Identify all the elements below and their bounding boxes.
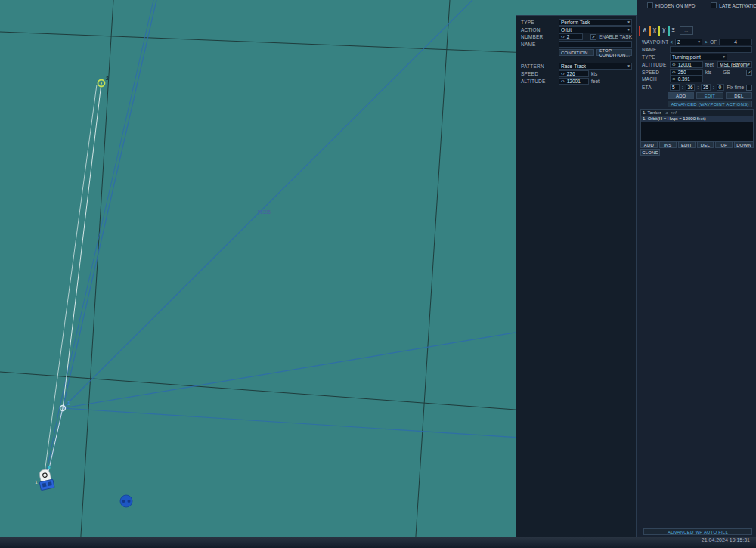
status-timestamp: 21.04.2024 19:15:31	[702, 537, 750, 543]
list-buttons-row: ADD INS EDIT DEL UP DOWN	[640, 141, 754, 148]
list-down-button[interactable]: DOWN	[734, 141, 754, 148]
stepper-right-icon[interactable]: ›	[674, 70, 675, 75]
chevron-down-icon: ▾	[627, 20, 630, 24]
waypoint-name-input[interactable]	[670, 46, 752, 53]
type-row: TYPE Perform Task ▾	[521, 19, 632, 26]
list-add-button[interactable]: ADD	[640, 141, 658, 148]
waypoint-next-button[interactable]: >	[705, 39, 708, 45]
task-speed-stepper[interactable]: ‹ › 226	[559, 70, 589, 77]
task-altitude-stepper[interactable]: ‹ › 12001	[559, 78, 589, 85]
waypoint-speed-stepper[interactable]: ‹ › 250	[670, 69, 703, 76]
speed-label: SPEED	[642, 70, 668, 75]
gs-label: GS	[723, 70, 730, 75]
pattern-row: PATTERN Race-Track ▾	[521, 63, 632, 70]
chevron-down-icon: ▾	[627, 28, 630, 32]
gs-checkbox[interactable]: ✓	[746, 70, 752, 76]
mach-label: MACH	[642, 76, 668, 82]
of-label: OF	[710, 39, 717, 45]
mountain-icon[interactable]: ∧	[643, 26, 647, 34]
eta-field-2[interactable]: 36	[686, 84, 696, 91]
condition-buttons-row: CONDITION... STOP CONDITION...	[559, 49, 632, 56]
status-bar: 21.04.2024 19:15:31	[0, 537, 756, 548]
waypoint-mach-stepper[interactable]: ‹ › 0.391	[670, 76, 703, 82]
task-name-input[interactable]	[559, 41, 632, 48]
waypoint-actions-list[interactable]: 1. Tanker -a -ref 1. Orbit(H = Hwpt = 12…	[640, 109, 754, 142]
wp-eta-row: ETA 5 : 36 : 35 : 0 Fix time	[642, 84, 752, 91]
stepper-right-icon[interactable]: ›	[562, 34, 564, 39]
speed-row: SPEED ‹ › 226 kts	[521, 70, 632, 77]
stepper-right-icon[interactable]: ›	[674, 76, 675, 82]
fix-time-checkbox[interactable]	[746, 85, 752, 91]
type-label: TYPE	[642, 54, 668, 60]
wp-altitude-row: ALTITUDE ‹ › 12001 feet MSL (Barome ▾	[642, 61, 752, 68]
altitude-label: ALTITUDE	[642, 62, 668, 67]
list-item[interactable]: 1. Orbit(H = Hwpt = 12000 feet)	[641, 116, 753, 122]
beam-icon[interactable]: Ξ	[672, 26, 675, 34]
speed-label: SPEED	[521, 71, 556, 76]
late-activation-checkbox[interactable]	[711, 2, 717, 8]
brackets-icon[interactable]: )(	[653, 26, 656, 34]
ellipsis-icon: ...	[684, 28, 688, 33]
task-number-stepper[interactable]: ‹ › 2	[559, 33, 583, 40]
del-waypoint-button[interactable]: DEL	[726, 92, 752, 99]
waypoint-label: WAYPOINT	[642, 39, 668, 45]
hidden-on-mfd-label: HIDDEN ON MFD	[655, 3, 695, 8]
pattern-dropdown[interactable]: Race-Track ▾	[559, 63, 632, 70]
name-label: NAME	[642, 47, 668, 52]
fix-time-label: Fix time	[727, 85, 744, 90]
airway-label: W995	[258, 209, 271, 215]
waypoint-panel: HIDDEN ON MFD LATE ACTIVATION ∧ )( )( Ξ …	[637, 0, 756, 537]
condition-button[interactable]: CONDITION...	[559, 49, 594, 56]
eta-label: ETA	[642, 85, 668, 90]
list-edit-button[interactable]: EDIT	[678, 141, 696, 148]
mission-editor-window: 2 1 W995 1 TYPE	[0, 0, 756, 548]
altitude-reference-dropdown[interactable]: MSL (Barome ▾	[717, 61, 752, 68]
number-row: NUMBER ‹ › 2 ✓ ENABLE TASK	[521, 33, 632, 40]
stepper-right-icon[interactable]: ›	[674, 62, 675, 67]
waypoint-number-dropdown[interactable]: 2 ▾	[675, 39, 702, 45]
more-options-button[interactable]: ...	[680, 26, 693, 35]
waypoint-1-label: 1	[67, 401, 70, 406]
eta-field-4[interactable]: 0	[717, 84, 725, 91]
list-up-button[interactable]: UP	[715, 141, 733, 148]
waypoint-total-field: 4	[719, 39, 752, 45]
name-label: NAME	[521, 42, 556, 47]
list-ins-button[interactable]: INS	[659, 141, 677, 148]
check-icon: ✓	[747, 70, 751, 75]
eta-field-1[interactable]: 5	[670, 84, 680, 91]
clone-button[interactable]: CLONE	[640, 149, 660, 156]
task-action-dropdown[interactable]: Orbit ▾	[559, 26, 632, 33]
speed-unit-label: kts	[591, 71, 597, 76]
name-row: NAME	[521, 41, 632, 48]
speed-unit-label: kts	[705, 70, 711, 75]
eta-field-3[interactable]: 35	[701, 84, 711, 91]
chevron-down-icon: ▾	[748, 63, 750, 67]
task-type-dropdown[interactable]: Perform Task ▾	[559, 19, 632, 26]
waypoint-altitude-stepper[interactable]: ‹ › 12001	[670, 61, 703, 68]
waypoint-2-label: 2	[106, 76, 109, 81]
hidden-on-mfd-checkbox[interactable]	[647, 2, 653, 8]
stepper-right-icon[interactable]: ›	[562, 71, 564, 76]
enable-task-checkbox[interactable]: ✓	[590, 34, 596, 40]
advanced-waypoint-actions-button[interactable]: ADVANCED (WAYPOINT ACTIONS)	[668, 101, 752, 107]
panel-checkbox-row: HIDDEN ON MFD LATE ACTIVATION	[642, 2, 752, 9]
waypoint-type-dropdown[interactable]: Turning point ▾	[670, 54, 727, 60]
brackets-icon[interactable]: )(	[662, 26, 665, 34]
altitude-unit-label: feet	[591, 79, 600, 84]
advanced-wp-auto-fill-button[interactable]: ADVANCED WP AUTO FILL	[643, 528, 752, 535]
late-activation-label: LATE ACTIVATION	[719, 3, 756, 8]
wp-add-edit-del-row: ADD EDIT DEL	[668, 92, 752, 99]
list-item[interactable]: 1. Tanker -a -ref	[641, 110, 753, 116]
edit-waypoint-button[interactable]: EDIT	[696, 92, 723, 99]
chevron-down-icon: ▾	[723, 55, 725, 59]
enable-task-label: ENABLE TASK	[599, 34, 632, 39]
route-toolbar: ∧ )( )( Ξ ...	[639, 25, 693, 36]
waypoint-select-row: WAYPOINT < 2 ▾ > OF 4	[642, 39, 752, 45]
stop-condition-button[interactable]: STOP CONDITION...	[596, 49, 632, 56]
list-del-button[interactable]: DEL	[697, 141, 714, 148]
stepper-right-icon[interactable]: ›	[562, 79, 564, 84]
toolbar-yellow-bar	[658, 26, 660, 36]
airport-icon[interactable]	[120, 495, 132, 507]
add-waypoint-button[interactable]: ADD	[668, 92, 694, 99]
waypoint-prev-button[interactable]: <	[670, 39, 673, 45]
